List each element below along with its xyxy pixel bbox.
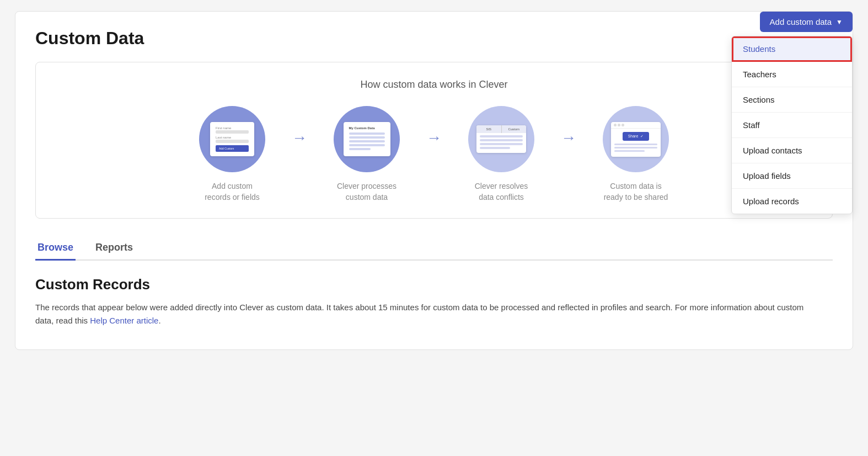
split-row-1 — [480, 135, 523, 137]
step-1-illustration: First name Last name Add Custom — [210, 122, 254, 156]
step-4-circle: Share ✓ — [603, 106, 669, 172]
custom-records-section: Custom Records The records that appear b… — [35, 276, 833, 327]
sm-line-1 — [614, 144, 657, 145]
doc-line-1 — [349, 132, 385, 135]
arrow-3: → — [561, 129, 576, 147]
share-lines — [614, 144, 657, 153]
tab-reports[interactable]: Reports — [93, 236, 135, 261]
doc-line-3 — [349, 140, 385, 142]
dropdown-item-upload-records[interactable]: Upload records — [732, 189, 852, 214]
custom-records-description: The records that appear below were added… — [35, 301, 807, 327]
step-1-label: Add customrecords or fields — [205, 181, 260, 203]
sis-col-header: SIS — [476, 125, 502, 133]
page-title: Custom Data — [35, 28, 144, 49]
arrow-2: → — [426, 129, 442, 147]
tabs-row: Browse Reports — [35, 236, 833, 261]
split-row-3 — [480, 143, 523, 145]
doc-line-5 — [349, 148, 371, 150]
dropdown-menu: Students Teachers Sections Staff Upload … — [731, 36, 853, 214]
arrow-1: → — [292, 129, 307, 147]
dropdown-item-staff[interactable]: Staff — [732, 113, 852, 138]
step-1-circle: First name Last name Add Custom — [199, 106, 265, 172]
step-2-label: Clever processescustom data — [337, 181, 397, 203]
step-2-circle: My Custom Data — [334, 106, 400, 172]
sm-line-3 — [614, 150, 645, 152]
doc-line-4 — [349, 144, 385, 146]
dot-1 — [614, 124, 617, 126]
step-4-illustration: Share ✓ — [611, 122, 661, 157]
add-custom-button[interactable]: Add custom data ▼ — [760, 12, 853, 32]
dot-2 — [618, 124, 620, 126]
dropdown-item-upload-fields[interactable]: Upload fields — [732, 163, 852, 189]
dropdown-wrapper: Add custom data ▼ Students Teachers Sect… — [760, 12, 853, 32]
add-custom-label: Add custom data — [770, 17, 832, 26]
share-mock-body: Share ✓ — [611, 129, 661, 157]
dropdown-arrow-icon: ▼ — [836, 18, 843, 26]
dropdown-item-teachers[interactable]: Teachers — [732, 62, 852, 87]
sm-line-2 — [614, 147, 657, 149]
doc-title: My Custom Data — [349, 126, 385, 130]
step-1: First name Last name Add Custom Add cust… — [177, 106, 287, 203]
doc-line-2 — [349, 136, 385, 139]
split-header: SIS Custom — [476, 125, 526, 133]
tab-browse[interactable]: Browse — [35, 236, 76, 261]
dropdown-item-sections[interactable]: Sections — [732, 87, 852, 113]
split-row-4 — [480, 147, 510, 149]
dot-3 — [621, 124, 624, 126]
step-3: SIS Custom Clever resolvesdata conflicts — [446, 106, 556, 203]
share-mock-header — [611, 122, 661, 129]
custom-col-header: Custom — [502, 125, 527, 133]
page-container: Custom Data Add custom data ▼ Students T… — [15, 11, 853, 350]
step-2: My Custom Data Clever processescustom da… — [312, 106, 422, 203]
step-3-circle: SIS Custom — [468, 106, 534, 172]
split-row-2 — [480, 139, 523, 141]
share-label: Share — [628, 134, 639, 138]
field-label-firstname: First name — [216, 126, 249, 130]
share-mock-button: Share ✓ — [623, 132, 650, 141]
field-line-2 — [216, 140, 249, 143]
step-4: Share ✓ Custom data isready to be shared — [581, 106, 691, 203]
field-line-1 — [216, 130, 249, 134]
period: . — [158, 316, 160, 325]
custom-records-title: Custom Records — [35, 276, 833, 293]
info-box: How custom data works in Clever First na… — [35, 62, 833, 219]
add-custom-mock-btn: Add Custom — [216, 145, 249, 152]
split-rows — [476, 133, 526, 153]
check-icon: ✓ — [640, 134, 644, 139]
field-label-lastname: Last name — [216, 136, 249, 139]
help-center-link[interactable]: Help Center article — [90, 316, 158, 325]
info-box-title: How custom data works in Clever — [47, 79, 821, 91]
page-header: Custom Data Add custom data ▼ Students T… — [35, 28, 833, 49]
step-4-label: Custom data isready to be shared — [604, 181, 668, 203]
step-2-illustration: My Custom Data — [344, 122, 390, 156]
step-3-label: Clever resolvesdata conflicts — [475, 181, 528, 203]
steps-row: First name Last name Add Custom Add cust… — [47, 106, 821, 203]
step-3-illustration: SIS Custom — [476, 125, 526, 153]
dropdown-item-upload-contacts[interactable]: Upload contacts — [732, 138, 852, 163]
dropdown-item-students[interactable]: Students — [732, 36, 852, 62]
